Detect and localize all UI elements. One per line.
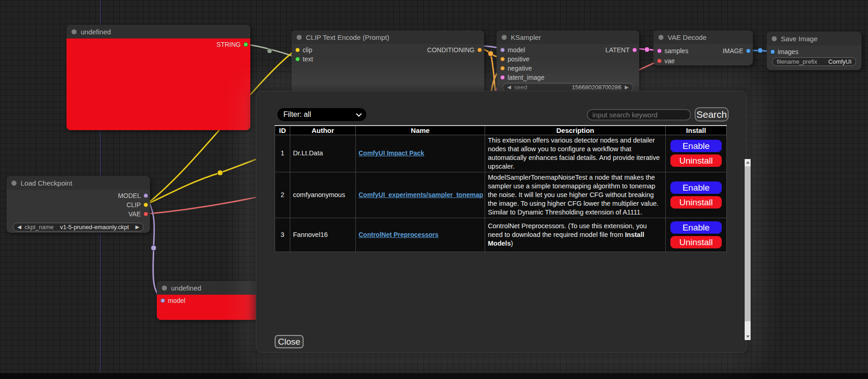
node-vae-decode[interactable]: VAE Decode samples vae IMAGE [653, 30, 753, 66]
extensions-table: ID Author Name Description Install 1 Dr.… [275, 125, 727, 252]
enable-button[interactable]: Enable [670, 221, 722, 234]
reroute-dot[interactable] [488, 51, 493, 56]
reroute-dot[interactable] [758, 48, 763, 53]
node-titlebar[interactable]: undefined [66, 25, 250, 38]
input-row: images [767, 47, 862, 57]
cell-id: 3 [275, 218, 290, 252]
table-header-row: ID Author Name Description Install [275, 126, 727, 135]
bottom-bar [0, 373, 868, 379]
slot-label-vae-out: VAE [128, 210, 141, 218]
slot-dot-images[interactable] [770, 49, 775, 54]
header-name: Name [356, 126, 485, 135]
widget-label: seed [514, 84, 527, 91]
slot-label-vae: vae [664, 57, 675, 65]
slot-dot-model-out[interactable] [144, 193, 148, 198]
node-load-checkpoint[interactable]: Load Checkpoint MODEL CLIP VAE ◀ ckpt_na… [6, 176, 150, 233]
table-scrollbar[interactable] [745, 159, 751, 340]
header-author: Author [290, 126, 356, 135]
cell-install: Enable Uninstall [666, 135, 727, 172]
search-input[interactable] [587, 109, 691, 121]
widget-value[interactable]: ComfyUI [828, 58, 851, 65]
node-titlebar[interactable]: CLIP Text Encode (Prompt) [292, 30, 484, 44]
output-row: CONDITIONING [292, 45, 484, 55]
uninstall-button[interactable]: Uninstall [670, 236, 722, 248]
widget-arrow-right-icon[interactable]: ▶ [135, 225, 139, 230]
node-body: model positive negative latent_image LAT… [497, 44, 639, 94]
cell-id: 1 [275, 135, 290, 172]
widget-value[interactable]: v1-5-pruned-emaonly.ckpt [60, 224, 129, 231]
node-status-dot-icon [658, 35, 663, 40]
widget-arrow-left-icon[interactable]: ◀ [507, 85, 511, 90]
output-row: IMAGE [653, 46, 753, 56]
node-titlebar[interactable]: VAE Decode [653, 30, 753, 44]
table-row: 1 Dr.Lt.Data ComfyUI Impact Pack This ex… [275, 135, 727, 172]
slot-label-conditioning: CONDITIONING [427, 46, 475, 54]
slot-dot-conditioning[interactable] [477, 48, 482, 52]
scrollbar-thumb[interactable] [745, 166, 751, 321]
widget-arrow-right-icon[interactable]: ▶ [625, 85, 629, 90]
node-titlebar[interactable]: KSampler [497, 30, 639, 44]
uninstall-button[interactable]: Uninstall [670, 154, 722, 167]
enable-button[interactable]: Enable [670, 181, 722, 194]
ckpt-name-widget[interactable]: ◀ ckpt_name v1-5-pruned-emaonly.ckpt ▶ [13, 223, 144, 231]
widget-arrow-left-icon[interactable]: ◀ [17, 225, 21, 230]
cell-author: Dr.Lt.Data [290, 135, 356, 172]
node-status-dot-icon [772, 36, 777, 41]
node-ksampler[interactable]: KSampler model positive negative latent_… [497, 30, 639, 94]
slot-label-text: text [303, 55, 313, 63]
node-title: CLIP Text Encode (Prompt) [306, 33, 389, 41]
slot-label-latent: LATENT [605, 46, 630, 54]
slot-dot-latent[interactable] [632, 48, 637, 52]
extension-link[interactable]: ControlNet Preprocessors [359, 231, 438, 238]
slot-dot-negative[interactable] [500, 66, 505, 71]
node-title: Save Image [781, 35, 818, 43]
reroute-dot[interactable] [217, 170, 223, 176]
slot-dot-vae-out[interactable] [144, 212, 148, 216]
node-status-dot-icon [11, 181, 17, 186]
slot-dot-positive[interactable] [500, 57, 505, 61]
cell-description: ModelSamplerTonemapNoiseTest a node that… [485, 172, 666, 218]
cell-author: Fannovel16 [290, 218, 356, 252]
scrollbar-up-icon[interactable] [745, 159, 751, 166]
extension-link[interactable]: ComfyUI_experiments/sampler_tonemap [359, 191, 483, 198]
filter-select[interactable]: Filter: all [277, 108, 366, 121]
output-row: LATENT [497, 45, 639, 55]
node-titlebar[interactable]: Save Image [767, 32, 862, 45]
input-row: positive [497, 55, 639, 64]
extension-link[interactable]: ComfyUI Impact Pack [359, 149, 424, 157]
enable-button[interactable]: Enable [670, 140, 722, 152]
node-body: STRING [66, 38, 250, 130]
slot-dot-string[interactable] [243, 42, 248, 47]
slot-dot-clip-out[interactable] [144, 203, 148, 207]
close-button[interactable]: Close [275, 335, 304, 348]
reroute-dot[interactable] [645, 47, 650, 52]
reroute-dot[interactable] [267, 49, 272, 54]
input-row: latent_image [497, 73, 639, 82]
slot-label-negative: negative [508, 65, 532, 72]
slot-label-model-in: model [168, 297, 185, 304]
output-row: VAE [6, 209, 150, 219]
slot-dot-image[interactable] [746, 49, 751, 53]
slot-label-model-out: MODEL [118, 192, 141, 199]
node-save-image[interactable]: Save Image images filename_prefix ComfyU… [767, 32, 862, 70]
reroute-dot[interactable] [151, 245, 156, 251]
widget-label: ckpt_name [24, 224, 54, 231]
header-install: Install [666, 126, 727, 135]
filename-prefix-widget[interactable]: filename_prefix ComfyUI [772, 57, 856, 66]
node-body: samples vae IMAGE [653, 44, 753, 66]
input-row: text [292, 55, 484, 64]
search-button[interactable]: Search [695, 107, 729, 121]
slot-label-latent-image: latent_image [508, 74, 544, 81]
node-titlebar[interactable]: Load Checkpoint [6, 176, 150, 190]
node-undefined-top[interactable]: undefined STRING [66, 25, 250, 130]
uninstall-button[interactable]: Uninstall [670, 196, 722, 209]
widget-value[interactable]: 156680208700286 [572, 84, 621, 91]
node-title: KSampler [511, 33, 541, 41]
slot-dot-vae[interactable] [657, 59, 662, 63]
scrollbar-down-icon[interactable] [745, 333, 751, 340]
output-row: CLIP [6, 200, 150, 209]
slot-dot-latent-image[interactable] [500, 75, 505, 80]
slot-dot-model-in[interactable] [160, 298, 165, 303]
slot-dot-text[interactable] [295, 57, 300, 61]
header-description: Description [485, 126, 666, 135]
